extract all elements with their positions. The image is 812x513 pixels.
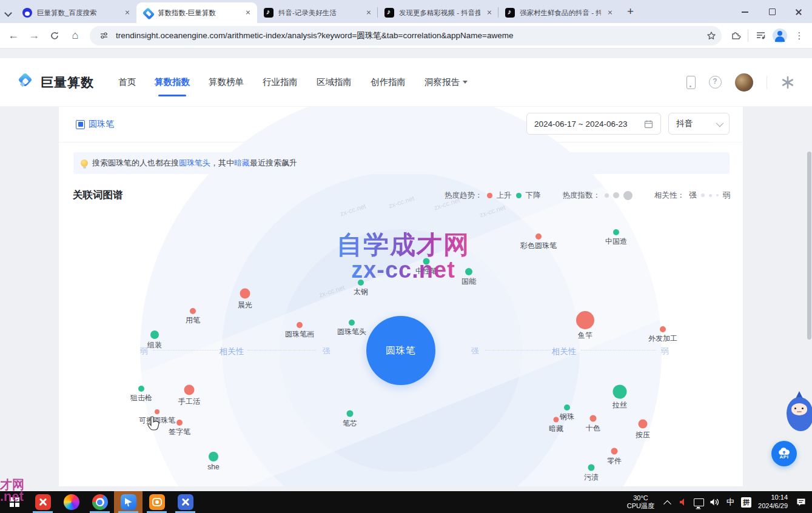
nav-item-4[interactable]: 区域指南 — [317, 58, 352, 106]
baidu-favicon-icon — [22, 8, 32, 18]
pinyin-ime-icon[interactable]: 拼 — [739, 491, 754, 513]
keyword-tag[interactable]: 圆珠笔 — [76, 119, 114, 130]
nav-item-1[interactable]: 算数指数 — [155, 58, 190, 106]
header-divider — [767, 76, 767, 89]
date-range-input[interactable]: 2024-06-17 ~ 2024-06-23 — [526, 113, 661, 135]
nav-item-label: 创作指南 — [371, 76, 406, 88]
home-button[interactable]: ⌂ — [65, 26, 85, 45]
ime-language-indicator[interactable]: 中 — [723, 491, 738, 513]
tab-title: 巨量算数_百度搜索 — [37, 8, 118, 18]
tab-close-icon[interactable] — [606, 8, 614, 17]
bookmark-star-icon[interactable] — [705, 29, 718, 42]
reload-icon — [50, 31, 59, 41]
platform-select-value: 抖音 — [676, 118, 716, 129]
watermark-text: zx-cc.net — [351, 257, 455, 283]
mascot-character[interactable] — [782, 390, 812, 435]
tray-expand-icon[interactable] — [660, 491, 675, 513]
chevron-down-icon — [716, 119, 724, 127]
maximize-button[interactable] — [759, 0, 785, 23]
reload-button[interactable] — [45, 26, 64, 45]
platform-select[interactable]: 抖音 — [668, 113, 730, 135]
browser-tab-1[interactable]: 算数指数-巨量算数 — [136, 2, 257, 23]
tab-title: 发现更多精彩视频 - 抖音搜索 — [399, 8, 480, 18]
url-text[interactable]: trendinsight.oceanengine.com/arithmetic-… — [116, 30, 699, 41]
nav-item-label: 算数指数 — [155, 76, 190, 88]
rising-dot-icon — [487, 193, 492, 198]
blue-x-app-icon[interactable] — [171, 491, 200, 513]
minimize-button[interactable] — [732, 0, 759, 23]
cpu-temperature[interactable]: 30°C CPU温度 — [627, 494, 654, 510]
site-nav: 首页算数指数算数榜单行业指南区域指南创作指南洞察报告 — [118, 58, 468, 106]
mobile-app-icon[interactable] — [686, 76, 696, 89]
tab-title: 抖音-记录美好生活 — [278, 8, 360, 18]
tab-title: 算数指数-巨量算数 — [158, 8, 239, 18]
falling-dot-icon — [516, 193, 522, 198]
help-icon[interactable] — [709, 76, 722, 89]
browser-toolbar: ← → ⌂ trendinsight.oceanengine.com/arith… — [0, 23, 812, 49]
pinwheel-icon[interactable] — [780, 75, 795, 90]
orange-camera-app-icon[interactable] — [143, 491, 171, 513]
browser-tab-0[interactable]: 巨量算数_百度搜索 — [16, 2, 136, 23]
browser-tab-4[interactable]: 强家村生鲜食品的抖音 - 抖音 — [498, 2, 619, 23]
nav-item-label: 区域指南 — [317, 76, 352, 88]
red-cad-app-icon[interactable] — [29, 491, 57, 513]
nav-item-label: 首页 — [118, 76, 136, 88]
relevance-dot-icon — [709, 194, 712, 197]
browser-tab-3[interactable]: 发现更多精彩视频 - 抖音搜索 — [378, 2, 498, 23]
muted-speaker-icon[interactable] — [676, 491, 691, 513]
tip-link-a[interactable]: 圆珠笔头 — [179, 158, 210, 167]
extensions-icon[interactable] — [726, 27, 745, 45]
back-button[interactable]: ← — [4, 26, 23, 45]
nav-item-3[interactable]: 行业指南 — [263, 58, 298, 106]
nav-item-5[interactable]: 创作指南 — [371, 58, 406, 106]
browser-profile-avatar[interactable] — [771, 27, 789, 45]
address-bar[interactable]: trendinsight.oceanengine.com/arithmetic-… — [90, 26, 722, 45]
screen: 巨量算数_百度搜索算数指数-巨量算数抖音-记录美好生活发现更多精彩视频 - 抖音… — [0, 0, 812, 513]
site-logo-text: 巨量算数 — [41, 74, 94, 91]
tip-bar: 搜索圆珠笔的人也都在搜圆珠笔头，其中暗藏最近搜索飙升 — [73, 152, 730, 174]
keyword-tag-icon — [76, 120, 85, 129]
site-info-icon[interactable] — [97, 29, 110, 42]
clock[interactable]: 10:14 2024/6/29 — [758, 494, 788, 511]
notification-center-icon[interactable] — [793, 491, 808, 513]
new-tab-button[interactable] — [623, 4, 640, 21]
tab-close-icon[interactable] — [485, 8, 494, 17]
heat-size-icon — [623, 191, 632, 200]
network-display-icon[interactable] — [691, 491, 706, 513]
tab-close-icon[interactable] — [123, 8, 132, 17]
tab-close-icon[interactable] — [364, 8, 373, 17]
bulb-icon — [81, 159, 88, 167]
api-button[interactable]: API — [771, 441, 797, 466]
tab-search-chevron-icon[interactable] — [0, 2, 16, 23]
nav-item-6[interactable]: 洞察报告 — [424, 58, 468, 106]
browser-tab-2[interactable]: 抖音-记录美好生活 — [257, 2, 378, 23]
nav-item-label: 算数榜单 — [209, 76, 244, 88]
volume-icon[interactable] — [707, 491, 722, 513]
tip-link-b[interactable]: 暗藏 — [234, 158, 250, 167]
heat-size-icon — [613, 192, 619, 198]
tab-strip: 巨量算数_百度搜索算数指数-巨量算数抖音-记录美好生活发现更多精彩视频 - 抖音… — [0, 0, 812, 23]
calendar-icon — [644, 119, 653, 129]
browser-menu-icon[interactable]: ⋮ — [790, 27, 808, 45]
nav-item-label: 行业指南 — [263, 76, 298, 88]
forward-button[interactable]: → — [24, 26, 44, 45]
firefox-browser-icon[interactable] — [57, 491, 86, 513]
watermark-text: zx-cc.net — [339, 202, 367, 217]
nav-item-2[interactable]: 算数榜单 — [209, 58, 244, 106]
tab-close-icon[interactable] — [244, 8, 252, 17]
scrollbar-thumb[interactable] — [807, 152, 811, 340]
content-card: 圆珠笔 2024-06-17 ~ 2024-06-23 抖音 搜索圆珠笔的人也都… — [59, 107, 743, 486]
media-playlist-icon[interactable] — [751, 27, 770, 45]
api-button-label: API — [780, 454, 789, 460]
chrome-browser-icon[interactable] — [86, 491, 114, 513]
user-avatar[interactable] — [735, 73, 753, 92]
blue-pointer-app-icon[interactable] — [114, 491, 143, 513]
legend-weak-label: 弱 — [723, 190, 731, 201]
legend-down-label: 下降 — [526, 190, 541, 201]
close-window-button[interactable] — [785, 0, 812, 23]
douyin-favicon-icon — [384, 8, 394, 18]
taskbar: 30°C CPU温度 中 拼 10:14 2024/6/29 — [0, 491, 812, 513]
nav-item-0[interactable]: 首页 — [118, 58, 136, 106]
juliang-favicon-icon — [143, 7, 155, 20]
site-logo[interactable]: 巨量算数 — [17, 73, 94, 92]
